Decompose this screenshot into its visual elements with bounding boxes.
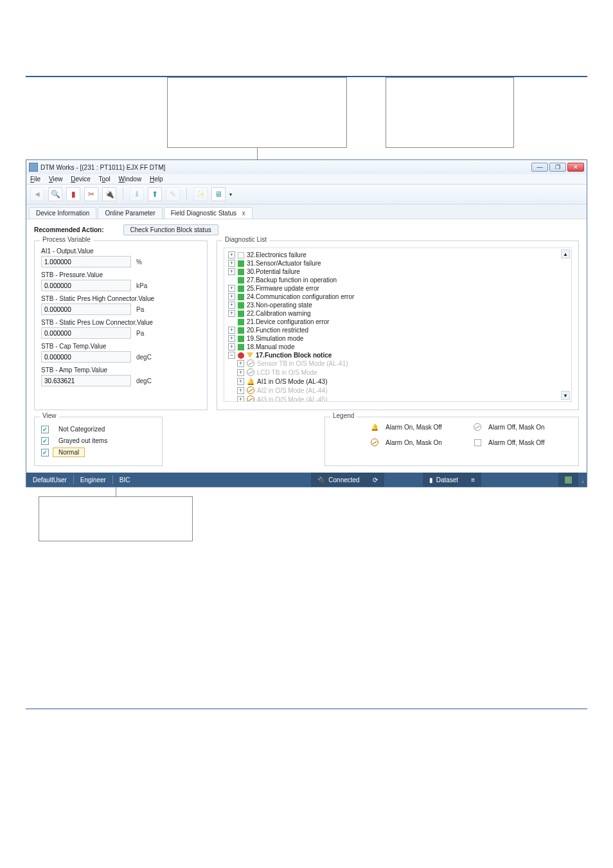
ban-icon [247,386,254,394]
pv-value-field [41,303,131,315]
pv-label: STB - Pressure.Value [41,271,200,278]
status-bar: DefaultUser Engineer BIC 🔌Connected ⟳ ▮D… [26,473,587,487]
view-title: View [40,412,59,419]
tab-field-diagnostic-status[interactable]: Field Diagnostic Status x [164,207,253,219]
scroll-up-icon[interactable]: ▲ [561,249,570,258]
toolbar-monitor-icon[interactable]: 🖥 [211,187,226,201]
view-group: View ✔Not Categorized ✔Grayed out items … [34,417,163,466]
expand-icon[interactable]: + [237,387,244,394]
tab-label: Field Diagnostic Status [171,210,236,217]
toolbar-connect-icon[interactable]: 🔌 [102,187,116,201]
pv-value-field [41,351,131,363]
menu-icon[interactable]: ≡ [471,476,475,484]
expand-icon[interactable]: + [228,251,235,258]
diagnostic-tree[interactable]: ▲ ▼ +32.Electronics failure +31.Sensor/A… [224,248,572,402]
tree-node[interactable]: 23.Non-operating state [247,302,312,309]
expand-icon[interactable]: + [228,260,235,267]
toolbar-download-icon: ⬇ [130,187,144,201]
toolbar-find-icon[interactable]: 🔍 [48,187,62,201]
toolbar-upload-icon[interactable]: ⬆ [148,187,162,201]
ban-icon [371,439,378,446]
toolbar-back-icon: ◄ [30,187,44,201]
tree-leaf[interactable]: LCD TB in O/S Mode [257,369,317,376]
tree-node[interactable]: 18.Manual mode [247,343,295,350]
expand-icon[interactable]: + [237,378,244,385]
toolbar-disconnect-icon[interactable]: ✂ [84,187,98,201]
tree-node[interactable]: 25.Firmware update error [247,285,319,292]
ban-icon [247,368,254,376]
tree-leaf[interactable]: AI1 in O/S Mode (AL-43) [257,378,328,385]
resize-grip-icon[interactable]: ⌟ [581,476,584,484]
app-icon [29,163,38,172]
expand-icon[interactable]: + [228,293,235,300]
expand-icon[interactable]: + [237,369,244,376]
pv-unit: Pa [136,306,162,313]
maximize-button[interactable]: ❐ [549,163,566,172]
tab-close-icon[interactable]: x [242,210,245,217]
status-mode: BIC [120,476,130,484]
toolbar-wand-icon: ✨ [193,187,208,201]
warning-icon [247,352,253,358]
tree-node[interactable]: 24.Communication configuration error [247,293,354,300]
scroll-down-icon[interactable]: ▼ [561,391,570,400]
pv-value-field [41,280,131,291]
menu-bar: File View Device Tool Window Help [26,174,587,185]
tree-node[interactable]: 21.Device configuration error [247,318,329,325]
tree-node[interactable]: 30.Potential failure [247,268,300,275]
expand-icon[interactable]: + [228,268,235,275]
refresh-icon[interactable]: ⟳ [373,476,378,484]
close-button[interactable]: ✕ [567,163,584,172]
menu-help[interactable]: Help [150,176,163,183]
menu-view[interactable]: View [49,176,63,183]
pv-value-field [41,375,131,386]
expand-icon[interactable]: + [228,343,235,350]
title-bar[interactable]: DTM Works - [(231 : PT1011) EJX FF DTM] … [26,160,587,174]
dataset-icon: ▮ [429,476,433,484]
status-connected: Connected [328,476,359,484]
checkbox-grayed-out[interactable]: ✔ [41,437,49,445]
tree-leaf[interactable]: AI2 in O/S Mode (AL-44) [257,387,328,394]
toolbar-db-icon[interactable]: ▮ [66,187,80,201]
pv-unit: degC [136,377,162,384]
tree-leaf[interactable]: AI3 in O/S Mode (AL-45) [257,396,328,402]
pv-value-field [41,256,131,267]
ban-icon [247,395,254,402]
bell-icon: 🔔 [247,377,254,385]
view-option-label: Grayed out items [53,436,113,446]
expand-icon[interactable]: + [237,396,244,402]
toolbar-edit-icon: ✎ [166,187,180,201]
menu-tool[interactable]: Tool [98,176,110,183]
tab-online-parameter[interactable]: Online Parameter [98,207,162,219]
collapse-icon[interactable]: − [228,352,235,359]
legend-label: Alarm Off, Mask On [488,424,572,431]
expand-icon[interactable]: + [228,285,235,292]
menu-device[interactable]: Device [71,176,91,183]
expand-icon[interactable]: + [228,310,235,317]
tree-node[interactable]: 19.Simulation mode [247,335,303,342]
menu-file[interactable]: File [30,176,40,183]
status-dataset: Dataset [436,476,458,484]
expand-icon[interactable]: + [228,327,235,334]
bell-icon: 🔔 [371,423,378,431]
tree-node[interactable]: 31.Sensor/Actuator failure [247,260,321,267]
tree-node[interactable]: 32.Electronics failure [247,251,306,258]
checkbox-normal[interactable]: ✔ [41,449,49,457]
pv-label: STB - Amp Temp.Value [41,366,200,374]
tree-node[interactable]: 17.Function Block notice [256,352,332,359]
checkbox-not-categorized[interactable]: ✔ [41,426,49,433]
legend-label: Alarm On, Mask Off [386,424,469,431]
menu-window[interactable]: Window [119,176,142,183]
expand-icon[interactable]: + [237,360,244,367]
tree-node[interactable]: 22.Calibration warning [247,310,311,317]
tab-device-information[interactable]: Device Information [29,207,96,219]
tree-leaf[interactable]: Sensor TB in O/S Mode (AL-41) [257,360,348,367]
legend-title: Legend [330,412,357,419]
app-window: DTM Works - [(231 : PT1011) EJX FF DTM] … [26,159,587,487]
tree-node[interactable]: 20.Function restricted [247,327,308,334]
toolbar: ◄ 🔍 ▮ ✂ 🔌 ⬇ ⬆ ✎ ✨ 🖥 ▾ [26,185,587,204]
expand-icon[interactable]: + [228,335,235,342]
recommended-action-value: Check Function Block status [123,224,218,235]
expand-icon[interactable]: + [228,302,235,309]
minimize-button[interactable]: — [531,163,548,172]
tree-node[interactable]: 27.Backup function in operation [247,276,337,284]
